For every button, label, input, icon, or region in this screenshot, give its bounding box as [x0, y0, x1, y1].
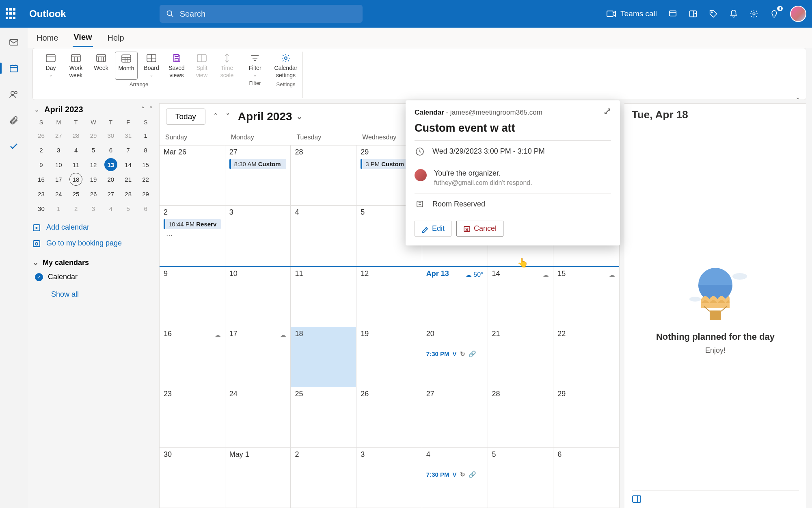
day-cell[interactable]: Mar 26: [160, 145, 225, 205]
day-cell[interactable]: 30: [160, 448, 225, 508]
my-day-button[interactable]: [689, 9, 698, 18]
day-cell[interactable]: 47:30 PMV↻🔗: [422, 448, 488, 508]
view-workweek-button[interactable]: Work week: [65, 52, 87, 80]
calendar-event[interactable]: 10:44 PMReserv: [164, 219, 221, 229]
day-cell[interactable]: 210:44 PMReserv⋯: [160, 206, 225, 265]
mini-cal-day[interactable]: 3: [87, 202, 100, 215]
ribbon-expand-button[interactable]: ⌄: [795, 94, 800, 100]
mini-cal-day[interactable]: 15: [139, 158, 152, 171]
day-cell[interactable]: 278:30 AMCustom: [225, 145, 291, 205]
day-cell[interactable]: 2: [291, 448, 356, 508]
day-cell[interactable]: 16☁: [160, 327, 225, 387]
today-button[interactable]: Today: [166, 109, 205, 125]
mini-cal-day[interactable]: 6: [139, 202, 152, 215]
mini-cal-day[interactable]: 1: [139, 129, 152, 142]
tab-home[interactable]: Home: [36, 29, 59, 47]
app-launcher-icon[interactable]: [6, 8, 17, 20]
mini-cal-day[interactable]: 14: [122, 158, 135, 171]
calendar-checkbox[interactable]: ✓: [35, 273, 43, 281]
mini-cal-day[interactable]: 30: [35, 202, 48, 215]
calendar-settings-button[interactable]: Calendar settings: [272, 52, 300, 80]
mini-cal-day[interactable]: 28: [69, 129, 82, 142]
rail-files[interactable]: [5, 113, 23, 128]
view-board-button[interactable]: Board⌄: [140, 52, 163, 80]
calendar-event[interactable]: 8:30 AMCustom: [229, 159, 287, 169]
mini-cal-day[interactable]: 12: [87, 158, 100, 171]
mini-cal-day[interactable]: 18: [69, 173, 82, 186]
day-cell[interactable]: 10: [225, 267, 291, 327]
mini-cal-day[interactable]: 29: [87, 129, 100, 142]
mini-cal-day[interactable]: 2: [69, 202, 82, 215]
mini-cal-day[interactable]: 13: [104, 158, 117, 171]
mini-cal-prev[interactable]: ˄: [141, 106, 145, 113]
day-cell[interactable]: 29: [553, 387, 619, 447]
mini-cal-day[interactable]: 20: [104, 173, 117, 186]
saved-views-button[interactable]: Saved views: [165, 52, 188, 80]
rail-todo[interactable]: [5, 139, 23, 154]
mini-cal-day[interactable]: 27: [52, 129, 65, 142]
day-cell[interactable]: 17☁: [225, 327, 291, 387]
mini-cal-day[interactable]: 21: [122, 173, 135, 186]
add-calendar-link[interactable]: Add calendar: [32, 223, 154, 232]
mini-cal-day[interactable]: 3: [52, 143, 65, 156]
day-cell[interactable]: 21: [488, 327, 554, 387]
mini-cal-day[interactable]: 16: [35, 173, 48, 186]
view-week-button[interactable]: Week: [90, 52, 112, 80]
day-cell[interactable]: 5: [488, 448, 554, 508]
mini-cal-day[interactable]: 11: [69, 158, 82, 171]
day-cell[interactable]: 11: [291, 267, 356, 327]
rail-mail[interactable]: [5, 35, 23, 50]
agenda-footer-icon[interactable]: [632, 495, 641, 503]
day-cell[interactable]: 9: [160, 267, 225, 327]
nav-collapse-icon[interactable]: ⌄: [34, 106, 39, 113]
mini-cal-title[interactable]: April 2023: [44, 105, 136, 114]
mini-cal-day[interactable]: 4: [69, 143, 82, 156]
view-day-button[interactable]: Day⌄: [39, 52, 62, 80]
mini-cal-day[interactable]: 10: [52, 158, 65, 171]
mini-cal-day[interactable]: 4: [104, 202, 117, 215]
day-cell[interactable]: 19: [356, 327, 422, 387]
popup-expand-button[interactable]: [604, 108, 611, 117]
mini-cal-day[interactable]: 22: [139, 173, 152, 186]
day-cell[interactable]: 6: [553, 448, 619, 508]
mini-cal-day[interactable]: 27: [104, 187, 117, 200]
calendar-event[interactable]: 7:30 PMV↻🔗: [426, 350, 484, 358]
mini-cal-day[interactable]: 26: [35, 129, 48, 142]
mini-cal-day[interactable]: 1: [52, 202, 65, 215]
day-cell[interactable]: 23: [160, 387, 225, 447]
settings-button[interactable]: [749, 9, 758, 18]
mini-cal-day[interactable]: 30: [104, 129, 117, 142]
day-cell-selected[interactable]: 18: [291, 327, 356, 387]
popup-edit-button[interactable]: Edit: [415, 221, 451, 237]
day-cell[interactable]: 22: [553, 327, 619, 387]
mini-cal-day[interactable]: 7: [122, 143, 135, 156]
day-cell[interactable]: 12: [356, 267, 422, 327]
mini-cal-day[interactable]: 9: [35, 158, 48, 171]
search-box[interactable]: [160, 5, 363, 23]
tips-button[interactable]: [709, 9, 718, 18]
mini-cal-next[interactable]: ˅: [149, 106, 153, 113]
day-cell[interactable]: 26: [356, 387, 422, 447]
whatsnew-button[interactable]: 4: [770, 9, 779, 18]
rail-people[interactable]: [5, 87, 23, 102]
more-events[interactable]: ⋯: [164, 232, 221, 239]
tab-help[interactable]: Help: [107, 29, 125, 47]
period-title[interactable]: April 2023⌄: [238, 110, 302, 123]
filter-button[interactable]: Filter⌄: [244, 52, 266, 78]
rail-calendar[interactable]: [5, 61, 23, 76]
mini-cal-day[interactable]: 8: [139, 143, 152, 156]
calendar-event[interactable]: 7:30 PMV↻🔗: [426, 471, 484, 478]
day-cell[interactable]: 4: [291, 206, 356, 265]
teams-call-button[interactable]: Teams call: [607, 9, 657, 18]
day-cell[interactable]: 3: [225, 206, 291, 265]
mini-cal-day[interactable]: 26: [87, 187, 100, 200]
day-cell[interactable]: 24: [225, 387, 291, 447]
view-month-button[interactable]: Month: [115, 52, 138, 80]
mini-cal-day[interactable]: 28: [122, 187, 135, 200]
mini-cal-day[interactable]: 6: [104, 143, 117, 156]
mini-cal-day[interactable]: 23: [35, 187, 48, 200]
mini-cal-day[interactable]: 25: [69, 187, 82, 200]
day-cell-today[interactable]: Apr 13☁ 50°: [422, 267, 488, 327]
day-cell[interactable]: May 1: [225, 448, 291, 508]
meet-now-button[interactable]: [668, 9, 677, 18]
